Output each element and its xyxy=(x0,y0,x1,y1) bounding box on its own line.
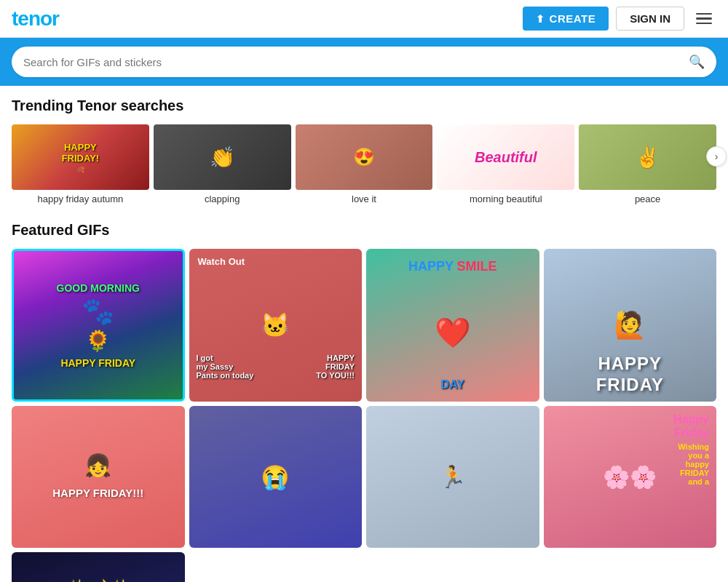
trending-label-clapping: clapping xyxy=(205,194,240,204)
trending-thumb-happy-friday: HAPPYFRIDAY! 🍂 xyxy=(12,124,149,190)
snoopy-icon: 🐾 xyxy=(82,298,114,324)
gif-running-figure[interactable]: 🏃 xyxy=(366,406,539,548)
gif-happy-smile-header: HAPPY SMILE xyxy=(366,259,539,274)
featured-col-3: HAPPY SMILE ❤️ DAY 🏃 xyxy=(366,249,539,582)
menu-button[interactable] xyxy=(692,9,716,29)
gif-happy-flowers-text: HappyFriday Wishingyou ahappyFRIDAYand a xyxy=(673,413,709,486)
logo[interactable]: tenor xyxy=(12,7,59,31)
featured-col-2: Watch Out 🐱 I gotmy SassyPants on today … xyxy=(189,249,363,582)
gif-watch-out-text: Watch Out xyxy=(198,256,245,267)
featured-grid: GOOD MORNING 🐾 🌻 HAPPY FRIDAY 👧 HAPPY FR… xyxy=(12,249,716,582)
menu-bar-2 xyxy=(696,17,712,20)
menu-bar-3 xyxy=(696,23,712,25)
create-button[interactable]: ⬆ CREATE xyxy=(523,7,609,31)
trending-thumb-peace: ✌️ xyxy=(579,124,716,190)
trending-section: Trending Tenor searches HAPPYFRIDAY! 🍂 h… xyxy=(12,97,716,204)
trending-thumb-love-it: 😍 xyxy=(296,124,433,190)
search-input[interactable] xyxy=(23,56,689,68)
header: tenor ⬆ CREATE SIGN IN xyxy=(0,0,728,38)
gif-happy-friday-man[interactable]: 🙋 HAPPYFRIDAY xyxy=(544,249,717,402)
gif-sassy-cat[interactable]: Watch Out 🐱 I gotmy SassyPants on today … xyxy=(189,249,363,402)
gif-happy-friday-overlay: HAPPYFRIDAY xyxy=(544,354,717,396)
create-label: CREATE xyxy=(550,12,596,25)
man-icon: 🙋 xyxy=(614,310,646,340)
search-section: 🔍 xyxy=(0,38,728,86)
search-wrapper: 🔍 xyxy=(12,47,716,77)
gif-good-morning[interactable]: GOOD MORNING 🐾 🌻 HAPPY FRIDAY xyxy=(12,249,185,402)
trending-thumb-clapping: 👏 xyxy=(154,124,291,190)
main-content: Trending Tenor searches HAPPYFRIDAY! 🍂 h… xyxy=(0,86,728,582)
trending-label-morning-beautiful: morning beautiful xyxy=(470,194,542,204)
gif-smile-day-text: DAY xyxy=(366,378,539,391)
gif-happy-friday-you-text: HAPPYFRIDAYTO YOU!!! xyxy=(316,354,355,380)
menu-bar-1 xyxy=(696,13,712,15)
gif-anime-crying[interactable]: 😭 xyxy=(189,406,363,548)
gif-happy-friday-cartoon[interactable]: 👧 HAPPY FRIDAY!!! xyxy=(12,406,185,548)
trending-grid: HAPPYFRIDAY! 🍂 happy friday autumn 👏 cla… xyxy=(12,124,716,204)
trending-item-morning-beautiful[interactable]: Beautiful morning beautiful xyxy=(437,124,574,204)
heart-icon: ❤️ xyxy=(435,316,471,350)
sign-in-button[interactable]: SIGN IN xyxy=(616,7,684,31)
sign-in-label: SIGN IN xyxy=(630,12,670,25)
search-button[interactable]: 🔍 xyxy=(689,54,705,70)
trending-next-button[interactable]: › xyxy=(706,146,727,167)
trending-label-peace: peace xyxy=(635,194,660,204)
trending-item-peace[interactable]: ✌️ peace xyxy=(579,124,716,204)
upload-icon: ⬆ xyxy=(536,13,545,25)
trending-item-love-it[interactable]: 😍 love it xyxy=(296,124,433,204)
featured-section: Featured GIFs GOOD MORNING 🐾 🌻 HAPPY FRI… xyxy=(12,222,716,582)
trending-item-happy-friday[interactable]: HAPPYFRIDAY! 🍂 happy friday autumn xyxy=(12,124,149,204)
anime-icon: 😭 xyxy=(261,463,290,491)
trending-label-happy-friday: happy friday autumn xyxy=(38,194,124,204)
gif-good-morning-text-green: GOOD MORNING xyxy=(57,282,140,294)
header-actions: ⬆ CREATE SIGN IN xyxy=(523,7,716,31)
trending-thumb-morning-beautiful: Beautiful xyxy=(437,124,574,190)
featured-title: Featured GIFs xyxy=(12,222,716,239)
running-icon: 🏃 xyxy=(439,464,466,490)
gif-cartoon-text: HAPPY FRIDAY!!! xyxy=(48,484,148,502)
flower-icon: 🌸🌸 xyxy=(603,464,657,490)
gif-sassy-text: I gotmy SassyPants on today xyxy=(197,354,254,380)
trending-label-love-it: love it xyxy=(352,194,376,204)
featured-col-4: 🙋 HAPPYFRIDAY 🌸🌸 HappyFriday Wishingyou … xyxy=(544,249,717,582)
gif-good-morning-text-yellow: HAPPY FRIDAY xyxy=(60,357,135,369)
cat-icon: 🐱 xyxy=(261,311,290,339)
gif-starry-night[interactable]: ✨🌙✨ xyxy=(12,552,185,582)
gif-happy-friday-flowers[interactable]: 🌸🌸 HappyFriday Wishingyou ahappyFRIDAYan… xyxy=(544,406,717,548)
search-icon: 🔍 xyxy=(689,55,705,69)
featured-col-1: GOOD MORNING 🐾 🌻 HAPPY FRIDAY 👧 HAPPY FR… xyxy=(12,249,185,582)
trending-title: Trending Tenor searches xyxy=(12,97,716,114)
trending-item-clapping[interactable]: 👏 clapping xyxy=(154,124,291,204)
cartoon-icon: 👧 xyxy=(84,453,111,478)
gif-happy-smile-day[interactable]: HAPPY SMILE ❤️ DAY xyxy=(366,249,539,402)
